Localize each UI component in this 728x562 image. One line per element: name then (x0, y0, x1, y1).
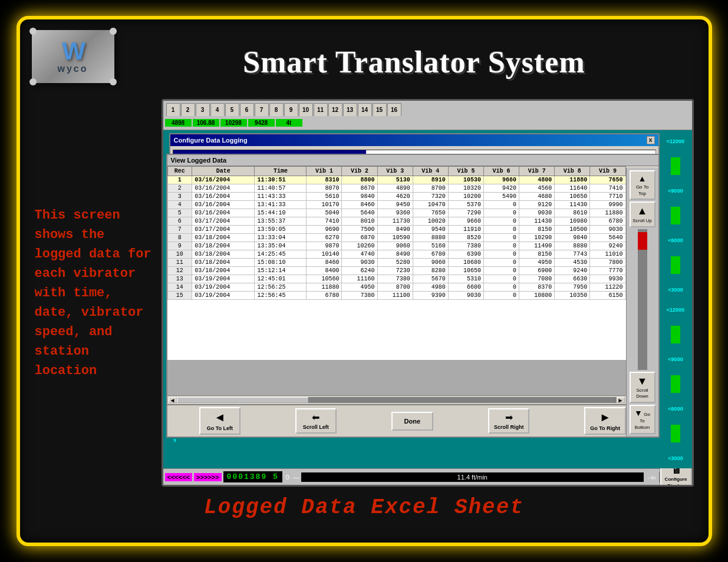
cell-13-7: 6600 (448, 283, 483, 292)
cell-8-1: 03/18/2004 (192, 242, 255, 250)
scroll-down-button[interactable]: ▼ Scroll Down (630, 372, 655, 403)
col-vib4: Vib 4 (413, 167, 448, 176)
cell-2-0: 3 (167, 193, 192, 201)
cell-12-4: 11160 (342, 275, 377, 283)
tab-8[interactable]: 8 (269, 103, 284, 116)
cell-9-3: 10140 (307, 250, 342, 259)
table-row: 103/16/200411:30:51831088005130891010530… (167, 176, 625, 184)
cell-9-10: 7743 (555, 250, 590, 259)
cell-4-6: 7650 (413, 209, 448, 217)
tab-4[interactable]: 4 (210, 103, 225, 116)
cell-2-5: 4620 (377, 193, 413, 201)
cell-8-5: 9060 (377, 242, 413, 250)
cell-9-1: 03/18/2004 (192, 250, 255, 259)
screen-area: 1 2 3 4 5 6 7 8 9 10 11 12 13 14 15 16 (162, 99, 694, 487)
cell-6-0: 7 (167, 226, 192, 234)
cell-5-0: 6 (167, 217, 192, 226)
tab-14[interactable]: 14 (358, 103, 372, 116)
go-to-right-arrow: ► (599, 411, 611, 424)
cell-5-3: 7410 (307, 217, 342, 226)
cell-3-9: 9120 (519, 201, 555, 209)
cell-6-8: 0 (483, 226, 519, 234)
cell-4-3: 5040 (307, 209, 342, 217)
scroll-right-button[interactable]: ➡ Scroll Right (488, 408, 530, 434)
cell-1-3: 8070 (307, 184, 342, 193)
cell-13-1: 03/19/2004 (192, 283, 255, 292)
cell-0-7: 10530 (448, 176, 483, 184)
tab-1[interactable]: 1 (166, 103, 180, 116)
cell-3-2: 13:41:33 (255, 201, 307, 209)
go-to-top-button[interactable]: ▲ Go To Top (630, 170, 655, 200)
left-gauge-9b: 9 (173, 438, 176, 443)
cell-3-11: 9990 (590, 201, 625, 209)
table-row: 1303/19/200412:45:0110560111607380567053… (167, 275, 625, 283)
cell-4-11: 11880 (590, 209, 625, 217)
cell-14-8: 0 (483, 292, 519, 300)
h-scrollbar[interactable]: ◄ ► (167, 395, 626, 404)
cell-7-0: 8 (167, 234, 192, 242)
cell-5-7: 9660 (448, 217, 483, 226)
table-row: 603/17/200413:55:37741080101173010020966… (167, 217, 625, 226)
tab-6[interactable]: 6 (240, 103, 254, 116)
col-vib1: Vib 1 (307, 167, 342, 176)
cell-3-1: 03/16/2004 (192, 201, 255, 209)
cell-5-1: 03/17/2004 (192, 217, 255, 226)
scroll-left-button[interactable]: ⬅ Scroll Left (295, 408, 337, 434)
cell-10-2: 15:08:10 (255, 259, 307, 267)
go-to-bottom-button[interactable]: ▼ Go ToBottom (630, 405, 655, 434)
logo-letter: W (62, 39, 84, 64)
done-button[interactable]: Done (391, 412, 434, 431)
cell-9-5: 8490 (377, 250, 413, 259)
cell-10-6: 9060 (413, 259, 448, 267)
table-row: 1103/18/200415:08:1084609030528090601068… (167, 259, 625, 267)
cell-12-2: 12:45:01 (255, 275, 307, 283)
go-to-left-button[interactable]: ◄ Go To Left (199, 407, 241, 435)
scroll-up-arrow: ▲ (637, 205, 648, 218)
tab-15[interactable]: 15 (373, 103, 387, 116)
go-to-right-button[interactable]: ► Go To Right (584, 407, 626, 435)
status-arrows-right[interactable]: >>>>>> (194, 473, 222, 481)
tab-10[interactable]: 10 (299, 103, 313, 116)
cell-14-6: 9390 (413, 292, 448, 300)
cell-13-10: 7950 (555, 283, 590, 292)
scroll-up-button[interactable]: ▲ Scroll Up (630, 201, 655, 227)
tab-11[interactable]: 11 (314, 103, 328, 116)
tab-7[interactable]: 7 (255, 103, 269, 116)
cell-4-2: 15:44:10 (255, 209, 307, 217)
table-row: 203/16/200411:40:57807086704890870010320… (167, 184, 625, 193)
cell-4-10: 8610 (555, 209, 590, 217)
cell-10-11: 7800 (590, 259, 625, 267)
top-tabs-row: 1 2 3 4 5 6 7 8 9 10 11 12 13 14 15 16 (163, 101, 692, 116)
cell-11-9: 6900 (519, 267, 555, 275)
tab-3[interactable]: 3 (196, 103, 210, 116)
tab-12[interactable]: 12 (328, 103, 342, 116)
cell-10-8: 0 (483, 259, 519, 267)
cell-5-10: 10980 (555, 217, 590, 226)
cell-10-1: 03/18/2004 (192, 259, 255, 267)
cell-6-7: 11910 (448, 226, 483, 234)
tab-5[interactable]: 5 (225, 103, 239, 116)
cell-4-7: 7290 (448, 209, 483, 217)
cell-2-1: 03/16/2004 (192, 193, 255, 201)
speed-zero: 0 (284, 474, 291, 481)
gauge-green-1 (671, 157, 680, 175)
cell-6-1: 03/17/2004 (192, 226, 255, 234)
col-time: Time (255, 167, 307, 176)
status-arrows-left[interactable]: <<<<<< (165, 473, 193, 481)
tab-2[interactable]: 2 (181, 103, 195, 116)
tab-13[interactable]: 13 (343, 103, 357, 116)
data-view-right-buttons: ▲ Go To Top ▲ Scroll Up ▼ (626, 168, 658, 437)
gauge-label-9000-bot: <9000 (668, 355, 683, 363)
cell-11-8: 0 (483, 267, 519, 275)
bottom-nav: ◄ Go To Left ⬅ Scroll Left Done ➡ Scro (167, 404, 658, 437)
cell-12-7: 5310 (448, 275, 483, 283)
scroll-track[interactable] (638, 229, 647, 370)
configure-dialog-close[interactable]: X (647, 136, 655, 144)
cell-10-7: 10680 (448, 259, 483, 267)
cell-14-0: 15 (167, 292, 192, 300)
tab-16[interactable]: 16 (387, 103, 401, 116)
tab-9[interactable]: 9 (284, 103, 298, 116)
scroll-right-arrow[interactable]: ► (617, 397, 625, 403)
cell-9-8: 0 (483, 250, 519, 259)
scroll-left-arrow[interactable]: ◄ (169, 397, 177, 403)
